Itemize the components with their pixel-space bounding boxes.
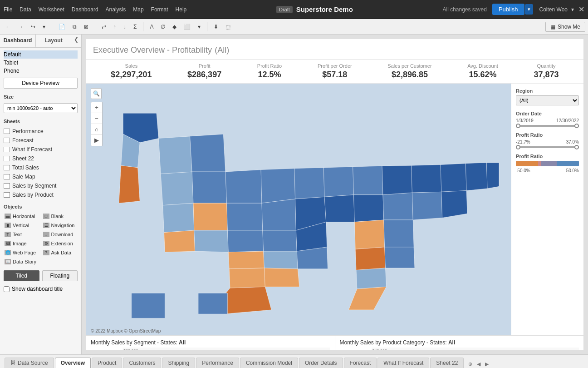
menu-file[interactable]: File: [4, 6, 12, 13]
state-wi[interactable]: [294, 168, 324, 199]
sheet-item-4[interactable]: Total Sales: [0, 163, 81, 172]
state-fl-north[interactable]: [356, 268, 386, 289]
state-nm[interactable]: [194, 230, 228, 252]
aggregate-button[interactable]: Σ: [131, 22, 139, 31]
state-la[interactable]: [265, 268, 299, 287]
object-item-image[interactable]: 🖼Image: [3, 239, 40, 248]
state-ok[interactable]: [229, 268, 265, 288]
redo-button[interactable]: →: [15, 22, 26, 31]
device-preview-button[interactable]: Device Preview: [4, 78, 78, 89]
menu-help[interactable]: Help: [176, 6, 187, 13]
zoom-out-button[interactable]: −: [91, 113, 102, 124]
filter-null-button[interactable]: ∅: [158, 22, 168, 31]
device-phone[interactable]: Phone: [4, 67, 78, 75]
device-default[interactable]: Default: [4, 50, 78, 59]
state-ak[interactable]: [132, 293, 165, 318]
clear-button[interactable]: ⊠: [81, 22, 91, 31]
sheet-item-1[interactable]: Forecast: [0, 136, 81, 145]
state-id[interactable]: [159, 136, 192, 174]
state-mi[interactable]: [323, 167, 353, 197]
dropdown-button[interactable]: ▾: [40, 22, 48, 31]
state-in[interactable]: [324, 195, 354, 222]
bottom-tab-overview[interactable]: Overview: [55, 358, 91, 368]
fit-button[interactable]: ⬜: [181, 22, 193, 31]
state-ia[interactable]: [262, 199, 296, 230]
state-nc[interactable]: [384, 220, 414, 247]
bottom-tab-sheet-22[interactable]: Sheet 22: [430, 358, 464, 368]
state-vt-nh[interactable]: [466, 163, 487, 191]
download-button[interactable]: ⬇: [211, 22, 221, 31]
tab-dashboard[interactable]: Dashboard: [0, 35, 36, 47]
date-range-slider[interactable]: [516, 125, 579, 127]
menu-data[interactable]: Data: [20, 6, 31, 13]
bottom-tab-forecast[interactable]: Forecast: [344, 358, 377, 368]
bottom-tab-shipping[interactable]: Shipping: [162, 358, 195, 368]
publish-button[interactable]: Publish: [492, 4, 524, 15]
fit-dropdown-button[interactable]: ▾: [195, 22, 203, 31]
close-button[interactable]: ✕: [578, 5, 584, 14]
tab-scroll-left-icon[interactable]: ◀: [475, 360, 482, 368]
state-sd[interactable]: [227, 203, 263, 230]
object-item-navigation[interactable]: ☰Navigation: [41, 221, 79, 229]
bottom-tab-customers[interactable]: Customers: [123, 358, 161, 368]
state-co[interactable]: [193, 203, 227, 230]
state-nd[interactable]: [225, 170, 262, 204]
state-mo[interactable]: [263, 230, 297, 251]
menu-format[interactable]: Format: [151, 6, 168, 13]
tiled-button[interactable]: Tiled: [4, 270, 39, 281]
device-tablet[interactable]: Tablet: [4, 59, 78, 67]
undo-button[interactable]: ←: [3, 22, 14, 31]
publish-arrow-button[interactable]: ▾: [525, 4, 533, 15]
state-ks[interactable]: [228, 251, 264, 269]
state-hi[interactable]: [198, 293, 227, 314]
tab-add-icon[interactable]: ⊕: [466, 360, 474, 368]
state-wy[interactable]: [192, 172, 226, 203]
profit-ratio-slider[interactable]: [516, 146, 579, 148]
swap-button[interactable]: ⇄: [99, 22, 109, 31]
highlight-button[interactable]: A: [147, 22, 156, 31]
bottom-tab-order-details[interactable]: Order Details: [299, 358, 343, 368]
state-ne-state[interactable]: [227, 230, 263, 252]
state-mt[interactable]: [190, 134, 225, 172]
profit-ratio-handle-left[interactable]: [516, 145, 520, 149]
tab-scroll-right-icon[interactable]: ▶: [483, 360, 490, 368]
play-button[interactable]: ▶: [91, 135, 102, 146]
sort-desc-button[interactable]: ↓: [121, 22, 129, 31]
state-me[interactable]: [486, 163, 499, 189]
state-oh[interactable]: [353, 166, 383, 195]
menu-dashboard[interactable]: Dashboard: [72, 6, 98, 13]
state-ny[interactable]: [412, 164, 441, 193]
state-wv[interactable]: [354, 195, 384, 222]
duplicate-button[interactable]: ⧉: [70, 22, 79, 31]
state-ut[interactable]: [163, 203, 194, 232]
state-md-de[interactable]: [412, 192, 442, 220]
profit-ratio-handle-right[interactable]: [574, 145, 579, 149]
region-select[interactable]: (All): [516, 95, 579, 105]
sheet-item-0[interactable]: Performance: [0, 127, 81, 136]
object-item-horizontal[interactable]: ▬Horizontal: [3, 212, 40, 220]
object-item-blank[interactable]: □Blank: [41, 212, 79, 220]
panel-collapse-button[interactable]: ❮: [71, 35, 81, 47]
state-pa[interactable]: [382, 165, 412, 194]
sheet-item-6[interactable]: Sales by Segment: [0, 181, 81, 190]
state-ca[interactable]: [119, 165, 140, 203]
bottom-tab-performance[interactable]: Performance: [196, 358, 239, 368]
date-range-handle-right[interactable]: [574, 124, 579, 128]
state-mn[interactable]: [261, 169, 295, 203]
show-title-checkbox[interactable]: [4, 286, 10, 292]
menu-analysis[interactable]: Analysis: [106, 6, 126, 13]
user-chevron[interactable]: ▾: [571, 6, 574, 13]
sort-asc-button[interactable]: ↑: [111, 22, 119, 31]
show-me-button[interactable]: ▦ Show Me: [545, 22, 585, 32]
object-item-text[interactable]: TText: [3, 230, 40, 239]
object-item-data-story[interactable]: 📖Data Story: [3, 258, 40, 266]
state-tn-real[interactable]: [354, 220, 384, 249]
bottom-tab-what-if-forecast[interactable]: What If Forecast: [377, 358, 429, 368]
state-az[interactable]: [164, 230, 195, 252]
state-fl[interactable]: [348, 287, 386, 310]
object-item-web-page[interactable]: 🌐Web Page: [3, 249, 40, 257]
state-al[interactable]: [355, 247, 385, 270]
home-button[interactable]: ⌂: [91, 124, 102, 135]
floating-button[interactable]: Floating: [42, 270, 78, 281]
forward-button[interactable]: ↪: [28, 22, 38, 31]
